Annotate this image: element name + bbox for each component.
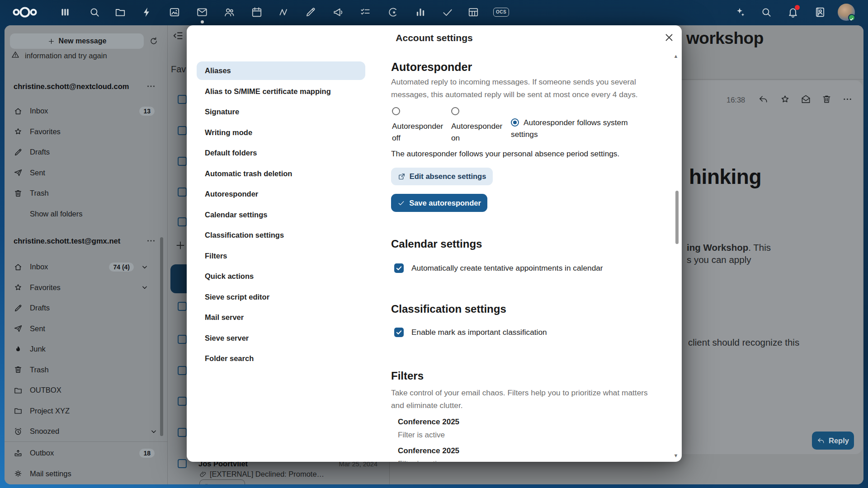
scroll-down-icon[interactable]: ▼: [672, 453, 679, 458]
chevron-down-icon[interactable]: [140, 283, 149, 292]
collapse-list-icon[interactable]: [172, 30, 184, 42]
message-checkbox[interactable]: [178, 366, 187, 375]
settings-nav-folder-search[interactable]: Folder search: [197, 349, 365, 368]
add-icon[interactable]: [175, 239, 186, 251]
account-menu-icon[interactable]: [146, 81, 156, 91]
settings-nav-classification-settings[interactable]: Classification settings: [197, 226, 365, 244]
sidebar-item-snoozed[interactable]: Snoozed: [5, 421, 167, 442]
settings-nav-quick-actions[interactable]: Quick actions: [197, 267, 365, 286]
radio-option[interactable]: Autoresponder off: [392, 105, 446, 144]
approvals-app-icon[interactable]: [442, 6, 453, 18]
filter-item-name[interactable]: Conference 2025: [398, 446, 459, 455]
sidebar-item-trash[interactable]: Trash: [5, 183, 167, 204]
chevron-down-icon[interactable]: [140, 263, 149, 272]
checkbox-checked-icon[interactable]: [394, 328, 404, 337]
scroll-up-icon[interactable]: ▲: [672, 53, 679, 59]
radio-option[interactable]: Autoresponder follows system settings: [511, 117, 640, 140]
settings-nav-sieve-script-editor[interactable]: Sieve script editor: [197, 288, 365, 306]
save-autoresponder-button[interactable]: Save autoresponder: [391, 194, 487, 212]
dashboard-app-icon[interactable]: [59, 6, 71, 18]
settings-nav-signature[interactable]: Signature: [197, 103, 365, 121]
close-icon[interactable]: [663, 32, 675, 43]
tables-app-icon[interactable]: [467, 6, 479, 18]
sidebar-item-show-all-folders[interactable]: Show all folders: [5, 204, 167, 225]
sidebar-item-drafts[interactable]: Drafts: [5, 142, 167, 163]
sidebar-item-mail-settings[interactable]: Mail settings: [5, 464, 167, 484]
new-message-button[interactable]: New message: [10, 33, 144, 49]
delete-icon[interactable]: [821, 94, 832, 104]
message-checkbox[interactable]: [178, 95, 187, 104]
sidebar-item-project-xyz[interactable]: Project XYZ: [5, 401, 167, 422]
sidebar-scrollbar[interactable]: [160, 237, 163, 436]
activity-app-icon[interactable]: [141, 6, 153, 18]
chevron-down-icon[interactable]: [149, 427, 158, 436]
message-checkbox[interactable]: [178, 302, 187, 311]
account-menu-icon[interactable]: [146, 236, 156, 246]
attachment-chip[interactable]: invite.ics: [199, 479, 245, 484]
announcements-app-icon[interactable]: [332, 6, 344, 18]
sidebar-item-sent[interactable]: Sent: [5, 319, 167, 339]
sidebar-item-outbox[interactable]: Outbox18: [5, 443, 167, 464]
calendar-app-icon[interactable]: [251, 6, 263, 18]
modal-scrollbar[interactable]: [675, 191, 679, 244]
radio-option[interactable]: Autoresponder on: [451, 105, 505, 144]
settings-nav-alias-to-s-mime-certificate-mapping[interactable]: Alias to S/MIME certificate mapping: [197, 82, 365, 101]
analytics-app-icon[interactable]: [415, 6, 426, 18]
settings-nav-sieve-server[interactable]: Sieve server: [197, 329, 365, 347]
photos-app-icon[interactable]: [169, 6, 180, 18]
refresh-icon[interactable]: [149, 36, 159, 46]
sidebar-item-inbox[interactable]: Inbox74 (4): [5, 257, 167, 277]
settings-nav-autoresponder[interactable]: Autoresponder: [197, 185, 365, 203]
sidebar-item-inbox[interactable]: Inbox13: [5, 101, 167, 122]
mail-app-icon[interactable]: [196, 6, 208, 18]
message-checkbox[interactable]: [178, 126, 187, 135]
radio-system-icon[interactable]: [511, 118, 519, 127]
message-checkbox[interactable]: [178, 428, 187, 437]
sidebar-item-favorites[interactable]: Favorites: [5, 122, 167, 142]
news-app-icon[interactable]: [278, 6, 289, 18]
calendar-checkbox-row[interactable]: Automatically create tentative appointme…: [394, 263, 603, 273]
message-checkbox[interactable]: [178, 157, 187, 166]
files-app-icon[interactable]: [114, 6, 126, 18]
settings-nav-filters[interactable]: Filters: [197, 247, 365, 265]
notes-app-icon[interactable]: [305, 6, 316, 18]
radio-off-icon[interactable]: [392, 107, 400, 115]
favorite-icon[interactable]: [780, 94, 790, 104]
settings-nav-calendar-settings[interactable]: Calendar settings: [197, 206, 365, 224]
sidebar-item-junk[interactable]: Junk: [5, 339, 167, 360]
account-header-2[interactable]: christine.schott.test@gmx.net: [14, 237, 158, 245]
collectives-app-icon[interactable]: [387, 6, 399, 18]
more-actions-icon[interactable]: [842, 94, 853, 104]
ocs-app-icon[interactable]: OCS: [493, 8, 509, 17]
nextcloud-logo[interactable]: [12, 5, 38, 19]
sidebar-item-favorites[interactable]: Favorites: [5, 277, 167, 298]
search-app-icon[interactable]: [89, 6, 100, 18]
settings-nav-writing-mode[interactable]: Writing mode: [197, 123, 365, 142]
message-checkbox[interactable]: [178, 459, 187, 468]
radio-on-icon[interactable]: [451, 107, 459, 115]
account-header-1[interactable]: christine.schott@nextcloud.com: [14, 82, 158, 91]
sidebar-item-outbox[interactable]: OUTBOX: [5, 380, 167, 401]
reply-icon[interactable]: [758, 94, 769, 104]
message-checkbox[interactable]: [178, 397, 187, 406]
checkbox-checked-icon[interactable]: [394, 263, 404, 273]
mark-unread-icon[interactable]: [801, 94, 811, 104]
settings-nav-aliases[interactable]: Aliases: [197, 61, 365, 80]
contacts-menu-icon[interactable]: [814, 6, 826, 18]
message-checkbox[interactable]: [178, 188, 187, 197]
sidebar-item-sent[interactable]: Sent: [5, 163, 167, 183]
settings-nav-mail-server[interactable]: Mail server: [197, 308, 365, 327]
message-checkbox[interactable]: [178, 335, 187, 344]
assistant-icon[interactable]: [734, 6, 745, 18]
sidebar-item-trash[interactable]: Trash: [5, 360, 167, 380]
message-subject[interactable]: [EXTERNAL] Declined: Promote…: [210, 470, 324, 479]
tasks-app-icon[interactable]: [359, 6, 371, 18]
classification-checkbox-row[interactable]: Enable mark as important classification: [394, 328, 547, 337]
filter-item-name[interactable]: Conference 2025: [398, 418, 459, 427]
edit-absence-settings-button[interactable]: Edit absence settings: [391, 168, 493, 185]
message-checkbox[interactable]: [178, 217, 187, 226]
reply-button[interactable]: Reply: [812, 432, 854, 450]
settings-nav-default-folders[interactable]: Default folders: [197, 144, 365, 162]
search-icon[interactable]: [760, 6, 772, 18]
settings-nav-automatic-trash-deletion[interactable]: Automatic trash deletion: [197, 164, 365, 183]
